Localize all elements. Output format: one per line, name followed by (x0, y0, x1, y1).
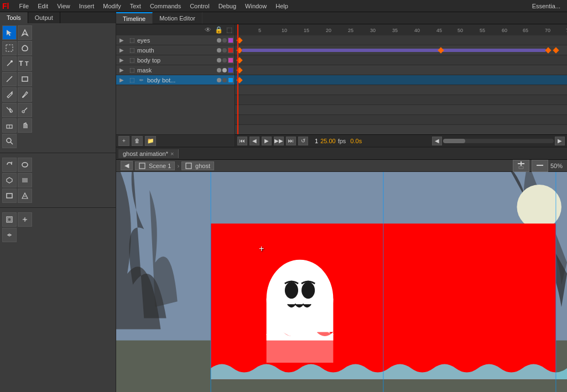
zoom-in-button[interactable] (532, 160, 548, 172)
tab-timeline[interactable]: Timeline (116, 12, 153, 24)
btn-next-frame[interactable]: ▶▶ (274, 137, 284, 145)
svg-rect-46 (267, 299, 334, 332)
vis-dot-mouth[interactable] (217, 48, 221, 53)
tool-oval[interactable] (18, 158, 32, 172)
layer-type-bodytop: ⬚ (127, 56, 136, 65)
tab-tools[interactable]: Tools (0, 12, 28, 23)
add-layer-button[interactable]: + (118, 136, 129, 146)
layer-row-eyes[interactable]: ▶ ⬚ eyes (116, 35, 235, 45)
ruler-15: 15 (304, 28, 309, 33)
lock-dot-bodybot[interactable] (222, 78, 227, 82)
stage-area: ghost animation* × ◀ Scene 1 › ghost (116, 148, 567, 392)
tool-brush[interactable] (18, 87, 32, 102)
tool-rotate[interactable] (2, 158, 17, 172)
lock-dot-eyes[interactable] (222, 38, 227, 43)
vis-dot-bodytop[interactable] (217, 58, 221, 62)
btn-prev-frame[interactable]: ◀ (249, 137, 259, 145)
track-mouth[interactable] (235, 45, 567, 55)
lock-dot-bodytop[interactable] (222, 58, 227, 62)
btn-scroll-left[interactable]: ◀ (432, 137, 442, 145)
menu-window[interactable]: Window (241, 2, 271, 11)
menu-view[interactable]: View (53, 2, 75, 11)
track-bodybot[interactable] (235, 75, 567, 85)
tool-zoom[interactable] (2, 134, 17, 148)
menu-text[interactable]: Text (126, 2, 145, 11)
tool-scene[interactable] (2, 212, 17, 227)
stage-canvas[interactable]: RIP (116, 172, 567, 392)
tool-text[interactable]: T T (18, 56, 32, 71)
track-eyes[interactable] (235, 35, 567, 45)
tool-pen[interactable] (2, 56, 17, 71)
tool-pencil[interactable] (2, 87, 17, 102)
track-empty1[interactable] (235, 85, 567, 95)
tool-rect[interactable] (18, 72, 32, 86)
timeline-scroll-thumb[interactable] (443, 139, 465, 143)
tool-fill-rect[interactable] (18, 173, 32, 187)
menu-help[interactable]: Help (271, 2, 293, 11)
track-empty2[interactable] (235, 95, 567, 105)
tool-deco[interactable] (18, 189, 32, 203)
document-tab[interactable]: ghost animation* × (118, 149, 179, 158)
tab-output[interactable]: Output (28, 12, 60, 23)
tab-close-button[interactable]: × (170, 150, 174, 157)
breadcrumb-back[interactable]: ◀ (121, 161, 133, 170)
tool-select[interactable] (2, 25, 17, 40)
layer-name-bodybot: body bot... (147, 77, 217, 83)
tool-eraser[interactable] (2, 118, 17, 133)
tool-subselect[interactable] (2, 41, 17, 55)
breadcrumb-separator: › (177, 163, 179, 169)
tool-arrow[interactable] (18, 25, 32, 40)
vis-dot-bodybot[interactable] (217, 78, 221, 82)
tool-hand[interactable] (18, 118, 32, 133)
keyframe-mouth-end (553, 47, 559, 53)
track-empty4[interactable] (235, 115, 567, 125)
tool-divider (0, 153, 116, 153)
breadcrumb-scene1[interactable]: Scene 1 (135, 161, 175, 170)
delete-layer-button[interactable]: 🗑 (132, 136, 143, 146)
vis-dot-eyes[interactable] (217, 38, 221, 43)
menu-insert[interactable]: Insert (75, 2, 99, 11)
btn-last-frame[interactable]: ⏭ (286, 137, 296, 145)
menu-modify[interactable]: Modify (98, 2, 125, 11)
layer-row-bodybot[interactable]: ▶ ⬚ ✏ body bot... (116, 75, 235, 85)
btn-play[interactable]: ▶ (262, 137, 272, 145)
timeline-scrollbar[interactable] (443, 139, 554, 143)
tool-poly[interactable] (2, 173, 17, 187)
track-empty3[interactable] (235, 105, 567, 115)
menu-commands[interactable]: Commands (145, 2, 185, 11)
track-mask[interactable] (235, 65, 567, 75)
zoom-level: 50% (550, 163, 563, 169)
tool-stroke[interactable] (2, 189, 17, 203)
layer-row-mask[interactable]: ▶ ⬚ mask (116, 65, 235, 75)
tool-snap[interactable] (18, 212, 32, 227)
layer-row-bodytop[interactable]: ▶ ⬚ body top (116, 55, 235, 65)
layer-row-mouth[interactable]: ▶ ⬚ mouth (116, 45, 235, 55)
menu-file[interactable]: File (14, 2, 33, 11)
track-bodytop[interactable] (235, 55, 567, 65)
tool-lasso[interactable] (18, 41, 32, 55)
zoom-out-button[interactable] (513, 160, 529, 172)
ruler-5: 5 (258, 28, 261, 33)
tool-snap2[interactable] (2, 228, 17, 242)
vis-dot-mask[interactable] (217, 68, 221, 72)
svg-rect-30 (537, 165, 543, 166)
menu-edit[interactable]: Edit (33, 2, 53, 11)
menu-control[interactable]: Control (185, 2, 214, 11)
svg-line-9 (24, 108, 27, 111)
layer-folder-button[interactable]: 📁 (145, 136, 156, 146)
tool-line[interactable] (2, 72, 17, 86)
frame-tracks[interactable] (235, 35, 567, 134)
btn-scroll-right[interactable]: ▶ (555, 137, 565, 145)
tab-motion-editor[interactable]: Motion Editor (153, 12, 202, 24)
color-swatch-bodybot (228, 77, 233, 83)
btn-loop[interactable]: ↺ (298, 137, 308, 145)
lock-dot-mouth[interactable] (222, 48, 227, 53)
layer-type-bodybot: ⬚ (127, 76, 136, 85)
tool-eyedropper[interactable] (18, 103, 32, 117)
lock-dot-mask[interactable] (222, 68, 227, 72)
btn-first-frame[interactable]: ⏮ (237, 137, 247, 145)
menu-debug[interactable]: Debug (214, 2, 241, 11)
tool-paint-bucket[interactable] (2, 103, 17, 117)
breadcrumb-ghost[interactable]: ghost (181, 161, 214, 170)
track-empty5[interactable] (235, 125, 567, 134)
